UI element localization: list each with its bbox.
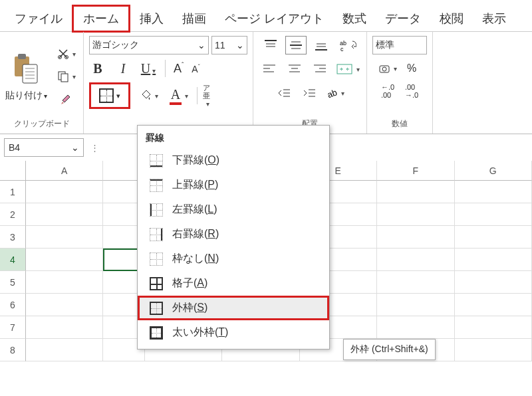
cell[interactable] <box>455 339 533 361</box>
cell[interactable] <box>26 339 104 361</box>
phonetic-bot: 亜 <box>203 92 210 100</box>
percent-format-button[interactable]: % <box>402 60 422 77</box>
font-name-select[interactable]: 游ゴシック⌄ <box>89 36 209 54</box>
cell[interactable] <box>377 294 455 316</box>
paste-button[interactable]: 貼り付け▾ <box>5 51 47 102</box>
tab-insert[interactable]: 挿入 <box>130 7 173 31</box>
dd-label: ) <box>215 252 219 264</box>
column-header[interactable]: F <box>377 161 455 181</box>
accounting-format-button[interactable] <box>378 60 398 77</box>
border-right-item[interactable]: 右罫線(R) <box>138 222 329 247</box>
cell[interactable] <box>455 294 533 316</box>
decrease-decimal-button[interactable]: .00→.0 <box>402 82 422 100</box>
border-all-item[interactable]: 格子(A) <box>138 271 329 296</box>
tab-home[interactable]: ホーム <box>72 5 130 33</box>
cell[interactable] <box>26 294 104 316</box>
border-bottom-icon <box>150 154 163 167</box>
increase-decimal-button[interactable]: ←.0.00 <box>378 82 398 100</box>
copy-button[interactable] <box>55 68 78 84</box>
cell[interactable] <box>26 271 104 294</box>
font-name-value: 游ゴシック <box>92 39 139 51</box>
phonetic-button[interactable]: ア亜 <box>203 84 210 108</box>
increase-decimal-icon: ←.0.00 <box>381 83 394 99</box>
fill-color-button[interactable] <box>136 87 161 104</box>
row-header[interactable]: 3 <box>0 226 26 248</box>
borders-button[interactable]: ▾ <box>89 82 130 109</box>
border-outside-item[interactable]: 外枠(S) <box>138 296 329 320</box>
font-color-button[interactable]: A <box>166 87 192 104</box>
row-header[interactable]: 5 <box>0 271 26 294</box>
tab-pagelayout[interactable]: ページ レイアウト <box>215 7 333 31</box>
cell[interactable] <box>377 203 455 226</box>
chevron-down-icon[interactable]: ⌄ <box>236 40 244 50</box>
row-header[interactable]: 6 <box>0 294 26 316</box>
cell[interactable] <box>26 248 103 271</box>
wrap-text-button[interactable]: abc <box>336 36 360 54</box>
cell[interactable] <box>26 226 104 248</box>
border-none-item[interactable]: 枠なし(N) <box>138 247 329 271</box>
chevron-down-icon[interactable]: ⌄ <box>198 40 205 50</box>
cell[interactable] <box>377 248 454 271</box>
cell[interactable] <box>26 181 104 203</box>
cell[interactable] <box>377 226 455 248</box>
cell[interactable] <box>377 181 455 203</box>
column-header[interactable]: A <box>26 161 104 181</box>
border-none-icon <box>150 252 163 266</box>
tab-formulas[interactable]: 数式 <box>333 7 376 31</box>
increase-font-button[interactable]: Aˆ <box>174 62 184 76</box>
chevron-down-icon[interactable]: ▾ <box>116 92 120 100</box>
orientation-button[interactable]: ab <box>325 84 346 102</box>
chevron-down-icon[interactable]: ⌄ <box>71 142 79 153</box>
border-top-item[interactable]: 上罫線(P) <box>138 173 329 197</box>
row-header[interactable]: 7 <box>0 316 26 339</box>
cell[interactable] <box>455 203 533 226</box>
paste-label: 貼り付け <box>5 90 43 102</box>
cell[interactable] <box>26 316 104 339</box>
row-header[interactable]: 8 <box>0 339 26 361</box>
cell[interactable] <box>455 181 533 203</box>
tab-file[interactable]: ファイル <box>5 7 72 31</box>
align-left-button[interactable] <box>259 60 280 78</box>
align-middle-button[interactable] <box>285 36 307 54</box>
font-size-select[interactable]: 11⌄ <box>211 36 247 54</box>
align-center-button[interactable] <box>284 60 305 78</box>
merge-cells-button[interactable] <box>334 60 361 78</box>
cell[interactable] <box>455 316 533 339</box>
border-bottom-item[interactable]: 下罫線(O) <box>138 148 329 173</box>
name-box[interactable]: B4⌄ <box>4 138 84 157</box>
row-header[interactable]: 2 <box>0 203 26 226</box>
formula-bar-grip[interactable]: ⋮ <box>88 143 101 153</box>
row-header[interactable]: 4 <box>0 248 26 271</box>
tab-draw[interactable]: 描画 <box>173 7 215 31</box>
border-thick-outside-item[interactable]: 太い外枠(T) <box>138 320 329 345</box>
tab-view[interactable]: 表示 <box>473 7 515 31</box>
select-all-corner[interactable] <box>0 161 26 181</box>
cut-button[interactable] <box>55 46 78 62</box>
format-painter-button[interactable] <box>55 91 78 107</box>
dd-label: ) <box>225 326 228 338</box>
number-format-select[interactable]: 標準 <box>372 36 427 54</box>
decrease-font-button[interactable]: Aˇ <box>192 63 200 74</box>
bold-button[interactable]: B <box>89 61 106 76</box>
tab-data[interactable]: データ <box>376 7 430 31</box>
row-header[interactable]: 1 <box>0 181 26 203</box>
align-right-button[interactable] <box>309 60 331 78</box>
underline-button[interactable]: U <box>140 61 157 76</box>
align-bottom-button[interactable] <box>311 36 332 54</box>
cell[interactable] <box>377 271 455 294</box>
cell[interactable] <box>455 248 532 271</box>
align-top-button[interactable] <box>260 36 281 54</box>
italic-button[interactable]: I <box>114 61 132 76</box>
tab-review[interactable]: 校閲 <box>430 7 473 31</box>
column-header[interactable]: G <box>455 161 533 181</box>
cell[interactable] <box>26 203 104 226</box>
cell[interactable] <box>455 226 533 248</box>
clipboard-group-label: クリップボード <box>5 117 78 131</box>
increase-indent-button[interactable] <box>299 84 321 102</box>
chevron-down-icon[interactable]: ▾ <box>44 92 47 100</box>
svg-text:ab: ab <box>326 87 338 100</box>
border-left-item[interactable]: 左罫線(L) <box>138 197 329 222</box>
decrease-indent-button[interactable] <box>274 84 295 102</box>
cell[interactable] <box>377 316 455 339</box>
cell[interactable] <box>455 271 533 294</box>
